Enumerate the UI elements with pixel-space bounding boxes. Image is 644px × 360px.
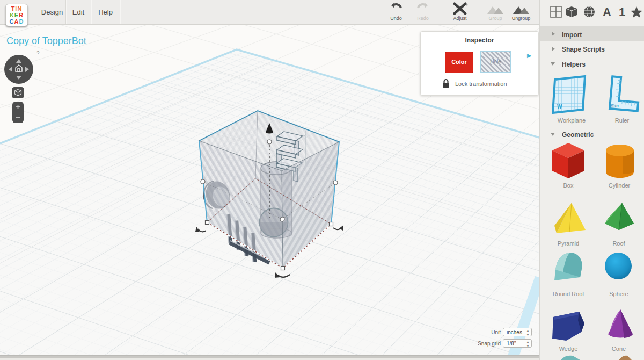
svg-text:?: ? xyxy=(36,51,40,56)
svg-text:W: W xyxy=(557,104,562,110)
svg-text:mm: mm xyxy=(611,103,619,108)
svg-text:A: A xyxy=(603,5,611,19)
svg-text:1: 1 xyxy=(619,5,625,19)
